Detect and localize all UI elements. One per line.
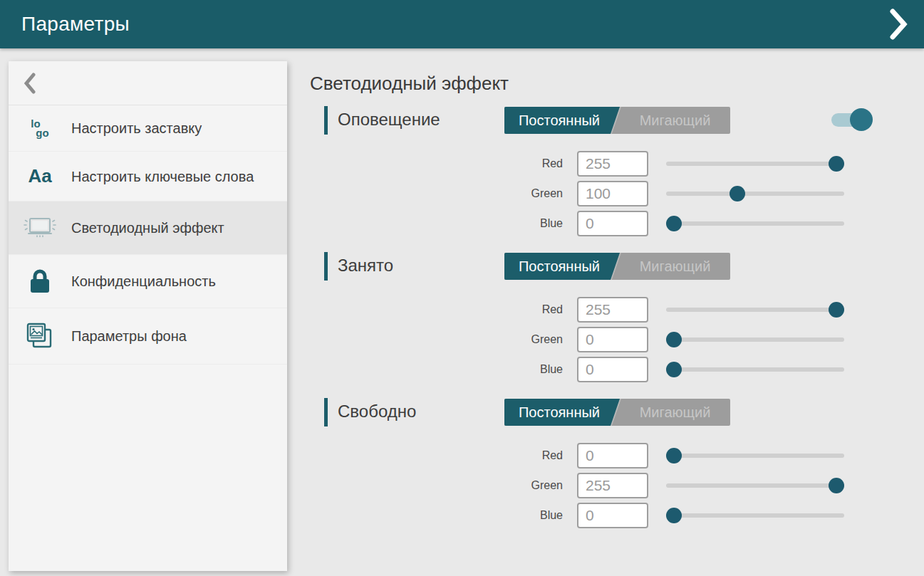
channel-label: Blue <box>324 217 563 230</box>
mode-blinking-button[interactable]: Мигающий <box>620 107 730 134</box>
blue-value-input[interactable] <box>577 211 648 236</box>
channel-row-blue: Blue <box>324 356 901 383</box>
section-title: Занято <box>338 256 393 276</box>
green-value-input[interactable] <box>577 327 648 352</box>
green-value-input[interactable] <box>577 473 648 498</box>
channel-label: Green <box>324 479 563 492</box>
mode-blinking-button[interactable]: Мигающий <box>620 253 730 280</box>
sidebar-item-privacy[interactable]: Конфиденциальность <box>9 255 287 308</box>
blue-value-input[interactable] <box>577 357 648 382</box>
channel-row-red: Red <box>324 442 901 469</box>
red-slider[interactable] <box>666 301 844 318</box>
page-title: Параметры <box>21 13 130 36</box>
mode-constant-button[interactable]: Постоянный <box>504 399 620 426</box>
forward-button[interactable] <box>890 9 908 40</box>
red-value-input[interactable] <box>577 443 648 468</box>
green-slider[interactable] <box>666 331 844 348</box>
alert-enable-switch[interactable] <box>831 108 873 131</box>
logo-icon: lo go <box>31 119 48 137</box>
channel-row-green: Green <box>324 472 901 499</box>
channel-label: Blue <box>324 509 563 522</box>
mode-constant-button[interactable]: Постоянный <box>504 107 620 134</box>
sidebar-item-label: Настроить ключевые слова <box>71 167 254 186</box>
blue-slider[interactable] <box>666 361 844 378</box>
channel-label: Red <box>324 303 563 316</box>
sidebar-item-label: Параметры фона <box>71 327 187 345</box>
section-title: Свободно <box>338 402 416 421</box>
section-accent-bar <box>324 252 328 281</box>
section-busy: Занято Постоянный Мигающий Red Green <box>324 252 901 383</box>
channel-row-green: Green <box>324 326 901 353</box>
channel-label: Blue <box>324 363 563 376</box>
sidebar-item-label: Конфиденциальность <box>71 272 216 290</box>
sidebar-item-keywords[interactable]: Aa Настроить ключевые слова <box>9 152 287 201</box>
sidebar-item-label: Светодиодный эффект <box>71 219 224 237</box>
main-title: Светодиодный эффект <box>310 73 901 95</box>
section-free: Свободно Постоянный Мигающий Red Green <box>324 398 901 529</box>
sidebar-back-button[interactable] <box>9 61 287 105</box>
mode-toggle: Постоянный Мигающий <box>504 399 730 426</box>
forward-icon <box>890 9 908 40</box>
keywords-icon: Aa <box>28 165 51 187</box>
blue-slider[interactable] <box>666 507 844 524</box>
channel-row-green: Green <box>324 180 901 207</box>
sidebar: lo go Настроить заставку Aa Настроить кл… <box>9 61 287 571</box>
channel-row-blue: Blue <box>324 502 901 529</box>
section-alert: Оповещение Постоянный Мигающий Red <box>324 106 901 237</box>
section-accent-bar <box>324 106 328 135</box>
channel-label: Red <box>324 157 563 170</box>
mode-toggle: Постоянный Мигающий <box>504 107 730 134</box>
green-value-input[interactable] <box>577 181 648 206</box>
app-header: Параметры <box>0 0 924 48</box>
mode-toggle: Постоянный Мигающий <box>504 253 730 280</box>
blue-value-input[interactable] <box>577 503 648 528</box>
red-slider[interactable] <box>666 155 844 172</box>
red-slider[interactable] <box>666 447 844 464</box>
lock-icon <box>29 268 51 294</box>
background-icon <box>26 322 54 350</box>
blue-slider[interactable] <box>666 215 844 232</box>
green-slider[interactable] <box>666 185 844 202</box>
channel-label: Green <box>324 333 563 346</box>
channel-row-blue: Blue <box>324 210 901 237</box>
red-value-input[interactable] <box>577 297 648 323</box>
sidebar-item-label: Настроить заставку <box>71 119 202 137</box>
channel-row-red: Red <box>324 150 901 177</box>
sidebar-item-background[interactable]: Параметры фона <box>9 308 287 365</box>
sidebar-item-led-effect[interactable]: Светодиодный эффект <box>9 201 287 255</box>
channel-label: Green <box>324 187 563 200</box>
red-value-input[interactable] <box>577 151 648 177</box>
section-title: Оповещение <box>338 110 440 130</box>
channel-label: Red <box>324 449 563 462</box>
section-accent-bar <box>324 398 328 426</box>
channel-row-red: Red <box>324 296 901 323</box>
led-screen-icon <box>23 215 57 241</box>
mode-blinking-button[interactable]: Мигающий <box>620 399 730 426</box>
green-slider[interactable] <box>666 477 844 494</box>
back-icon <box>24 73 36 94</box>
main-content: Светодиодный эффект Оповещение Постоянны… <box>310 61 901 544</box>
sidebar-item-screensaver[interactable]: lo go Настроить заставку <box>9 105 287 152</box>
mode-constant-button[interactable]: Постоянный <box>504 253 620 280</box>
